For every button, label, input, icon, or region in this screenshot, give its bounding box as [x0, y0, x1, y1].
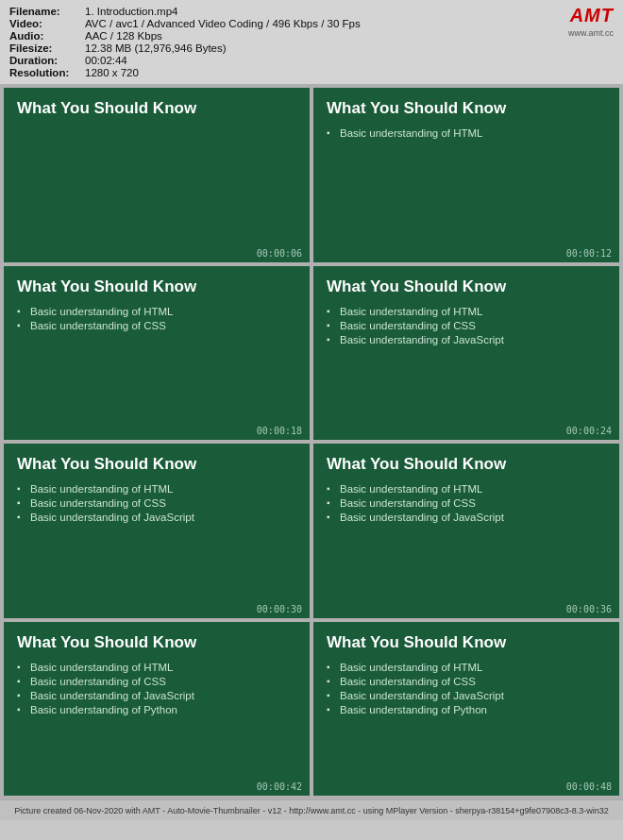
- thumb-items-3: Basic understanding of HTMLBasic underst…: [17, 306, 296, 334]
- list-item: Basic understanding of HTML: [17, 483, 296, 495]
- filename-value: 1. Introduction.mp4: [85, 6, 614, 17]
- thumb-timestamp-7: 00:00:42: [257, 781, 302, 792]
- list-item: Basic understanding of JavaScript: [327, 512, 606, 523]
- thumb-items-2: Basic understanding of HTML: [327, 127, 606, 142]
- thumb-title-7: What You Should Know: [17, 633, 296, 652]
- thumbnail-3: What You Should KnowBasic understanding …: [4, 266, 310, 441]
- thumb-timestamp-4: 00:00:24: [566, 426, 612, 436]
- thumb-title-2: What You Should Know: [327, 99, 606, 118]
- thumb-timestamp-2: 00:00:12: [566, 248, 612, 259]
- resolution-value: 1280 x 720: [85, 67, 614, 78]
- thumb-timestamp-8: 00:00:48: [566, 781, 612, 792]
- list-item: Basic understanding of Python: [17, 704, 296, 715]
- list-item: Basic understanding of HTML: [327, 662, 606, 673]
- thumb-timestamp-5: 00:00:30: [257, 604, 302, 614]
- list-item: Basic understanding of CSS: [17, 497, 296, 509]
- thumb-timestamp-1: 00:00:06: [257, 248, 302, 259]
- thumbnail-5: What You Should KnowBasic understanding …: [4, 444, 310, 618]
- thumb-title-4: What You Should Know: [327, 277, 606, 296]
- thumbnail-8: What You Should KnowBasic understanding …: [313, 622, 619, 797]
- thumb-timestamp-3: 00:00:18: [257, 426, 302, 436]
- list-item: Basic understanding of HTML: [327, 483, 606, 495]
- video-value: AVC / avc1 / Advanced Video Coding / 496…: [85, 18, 614, 29]
- thumb-title-8: What You Should Know: [327, 633, 606, 652]
- thumb-title-5: What You Should Know: [17, 455, 296, 474]
- thumbnails-grid: What You Should Know00:00:06What You Sho…: [0, 84, 623, 799]
- resolution-label: Resolution:: [9, 67, 85, 78]
- list-item: Basic understanding of HTML: [17, 306, 296, 317]
- amt-logo: AMT: [570, 6, 614, 25]
- file-info-header: Filename: 1. Introduction.mp4 Video: AVC…: [0, 0, 623, 84]
- list-item: Basic understanding of JavaScript: [17, 690, 296, 701]
- list-item: Basic understanding of HTML: [17, 662, 296, 673]
- list-item: Basic understanding of HTML: [327, 127, 606, 139]
- audio-label: Audio:: [9, 30, 85, 42]
- thumb-items-4: Basic understanding of HTMLBasic underst…: [327, 306, 606, 348]
- thumb-items-5: Basic understanding of HTMLBasic underst…: [17, 483, 296, 526]
- amt-url: www.amt.cc: [568, 28, 614, 38]
- list-item: Basic understanding of HTML: [327, 306, 606, 317]
- list-item: Basic understanding of CSS: [17, 320, 296, 331]
- thumbnail-1: What You Should Know00:00:06: [4, 88, 310, 262]
- video-label: Video:: [9, 18, 85, 29]
- filesize-label: Filesize:: [9, 42, 85, 54]
- duration-value: 00:02:44: [85, 55, 614, 66]
- thumb-items-8: Basic understanding of HTMLBasic underst…: [327, 662, 606, 718]
- thumb-title-6: What You Should Know: [327, 455, 606, 474]
- thumb-title-1: What You Should Know: [17, 99, 296, 118]
- thumbnail-7: What You Should KnowBasic understanding …: [4, 622, 310, 797]
- thumbnail-2: What You Should KnowBasic understanding …: [313, 88, 619, 262]
- footer-bar: Picture created 06-Nov-2020 with AMT - A…: [0, 799, 623, 820]
- filesize-value: 12.38 MB (12,976,946 Bytes): [85, 42, 614, 54]
- audio-value: AAC / 128 Kbps: [85, 30, 614, 42]
- list-item: Basic understanding of Python: [327, 704, 606, 715]
- thumb-items-7: Basic understanding of HTMLBasic underst…: [17, 662, 296, 718]
- list-item: Basic understanding of CSS: [327, 676, 606, 687]
- list-item: Basic understanding of JavaScript: [327, 690, 606, 701]
- filename-label: Filename:: [9, 6, 85, 17]
- thumbnail-6: What You Should KnowBasic understanding …: [313, 444, 619, 618]
- list-item: Basic understanding of CSS: [327, 497, 606, 509]
- thumbnail-4: What You Should KnowBasic understanding …: [313, 266, 619, 441]
- list-item: Basic understanding of JavaScript: [17, 512, 296, 523]
- list-item: Basic understanding of CSS: [327, 320, 606, 331]
- duration-label: Duration:: [9, 55, 85, 66]
- list-item: Basic understanding of JavaScript: [327, 334, 606, 345]
- thumb-title-3: What You Should Know: [17, 277, 296, 296]
- list-item: Basic understanding of CSS: [17, 676, 296, 687]
- thumb-timestamp-6: 00:00:36: [566, 604, 612, 614]
- thumb-items-6: Basic understanding of HTMLBasic underst…: [327, 483, 606, 526]
- footer-text: Picture created 06-Nov-2020 with AMT - A…: [14, 806, 608, 815]
